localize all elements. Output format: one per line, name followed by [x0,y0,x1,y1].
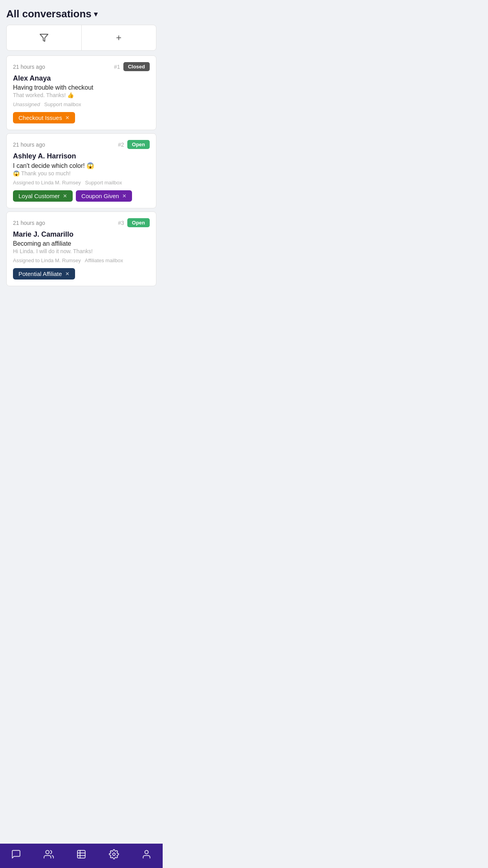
card-1-time: 21 hours ago [13,64,45,70]
conversations-container: 21 hours ago #1 Closed Alex Anaya Having… [0,55,163,289]
status-badge-2: Open [127,140,150,149]
card-2-assignee: Assigned to Linda M. Rumsey [13,180,81,186]
card-2-header: 21 hours ago #2 Open [13,140,150,149]
tag-loyal-customer[interactable]: Loyal Customer ✕ [13,190,73,202]
card-1-name: Alex Anaya [13,74,150,83]
card-1-assignee: Unassigned [13,101,40,107]
tag-potential-affiliate[interactable]: Potential Affiliate ✕ [13,268,75,280]
tag-close-icon[interactable]: ✕ [122,193,127,199]
card-3-meta: #3 Open [118,218,150,227]
card-1-header: 21 hours ago #1 Closed [13,62,150,71]
card-2-tags: Loyal Customer ✕ Coupon Given ✕ [13,190,150,202]
card-1-meta: #1 Closed [114,62,150,71]
svg-marker-0 [40,34,48,41]
card-1-number: #1 [114,64,120,70]
card-1-preview: That worked. Thanks! 👍 [13,92,150,98]
page-title: All conversations ▾ [6,8,156,20]
card-3-tags: Potential Affiliate ✕ [13,268,150,280]
conversation-card-3[interactable]: 21 hours ago #3 Open Marie J. Camarillo … [6,211,156,286]
tag-close-icon[interactable]: ✕ [63,193,67,199]
add-conversation-button[interactable]: + [82,25,156,50]
card-1-subject: Having trouble with checkout [13,84,150,91]
card-2-name: Ashley A. Harrison [13,152,150,160]
card-2-mailbox: Support mailbox [85,180,122,186]
tag-label: Loyal Customer [18,193,60,199]
conversation-card-2[interactable]: 21 hours ago #2 Open Ashley A. Harrison … [6,133,156,208]
card-3-mailbox: Affiliates mailbox [85,257,123,263]
conversation-card-1[interactable]: 21 hours ago #1 Closed Alex Anaya Having… [6,55,156,130]
card-2-meta: #2 Open [118,140,150,149]
chevron-down-icon[interactable]: ▾ [94,10,97,18]
card-3-time: 21 hours ago [13,220,45,226]
card-2-time: 21 hours ago [13,142,45,148]
tag-close-icon[interactable]: ✕ [65,271,70,277]
card-3-subject: Becoming an affiliate [13,240,150,247]
card-2-subject: I can't decide which color! 😱 [13,162,150,169]
plus-icon: + [116,32,121,43]
card-1-assignment: Unassigned Support mailbox [13,101,150,107]
page-container: All conversations ▾ + 21 hours ago #1 Cl… [0,0,163,321]
card-1-mailbox: Support mailbox [44,101,81,107]
card-2-preview: 😱 Thank you so much! [13,170,150,177]
tag-checkout-issues[interactable]: Checkout Issues ✕ [13,112,75,123]
page-title-text: All conversations [6,8,92,20]
card-3-number: #3 [118,220,124,226]
conversations-list: 21 hours ago #1 Closed Alex Anaya Having… [0,55,163,321]
card-3-assignment: Assigned to Linda M. Rumsey Affiliates m… [13,257,150,263]
tag-close-icon[interactable]: ✕ [65,115,70,121]
status-badge-1: Closed [123,62,150,71]
tag-label: Coupon Given [81,193,119,199]
card-3-assignee: Assigned to Linda M. Rumsey [13,257,81,263]
tag-coupon-given[interactable]: Coupon Given ✕ [76,190,132,202]
tag-label: Checkout Issues [18,114,62,121]
tag-label: Potential Affiliate [18,270,62,277]
toolbar: + [6,25,156,51]
header: All conversations ▾ [0,0,163,25]
card-3-header: 21 hours ago #3 Open [13,218,150,227]
card-2-number: #2 [118,142,124,148]
card-2-assignment: Assigned to Linda M. Rumsey Support mail… [13,180,150,186]
card-1-tags: Checkout Issues ✕ [13,112,150,123]
status-badge-3: Open [127,218,150,227]
card-3-name: Marie J. Camarillo [13,230,150,239]
filter-button[interactable] [7,25,82,50]
card-3-preview: Hi Linda. I will do it now. Thanks! [13,248,150,254]
